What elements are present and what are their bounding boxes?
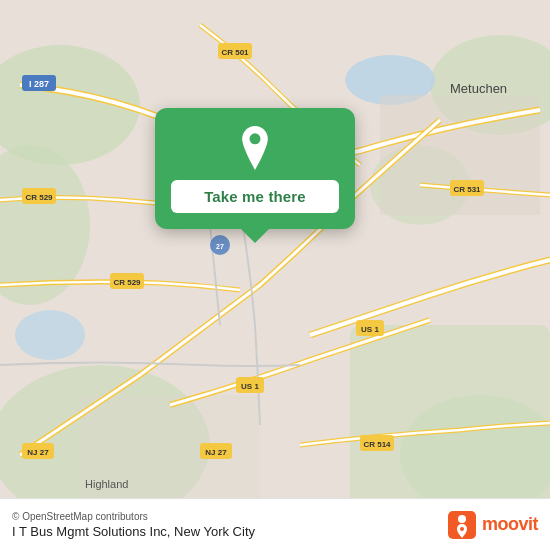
business-name-label: I T Bus Mgmt Solutions Inc, New York Cit… <box>12 524 255 539</box>
svg-point-9 <box>15 310 85 360</box>
svg-text:US 1: US 1 <box>361 325 379 334</box>
location-pin-icon <box>233 126 277 170</box>
svg-text:Metuchen: Metuchen <box>450 81 507 96</box>
bottom-bar: © OpenStreetMap contributors I T Bus Mgm… <box>0 498 550 550</box>
moovit-brand-text: moovit <box>482 514 538 535</box>
svg-text:CR 529: CR 529 <box>113 278 141 287</box>
svg-point-39 <box>460 527 464 531</box>
svg-text:CR 514: CR 514 <box>363 440 391 449</box>
svg-text:27: 27 <box>216 243 224 250</box>
popup-card: Take me there <box>155 108 355 229</box>
moovit-brand-icon <box>448 511 476 539</box>
svg-text:I 287: I 287 <box>29 79 49 89</box>
map-container: I 287 NJ 27 NJ 27 CR 501 CR 529 CR 529 C… <box>0 0 550 550</box>
map-background: I 287 NJ 27 NJ 27 CR 501 CR 529 CR 529 C… <box>0 0 550 550</box>
svg-text:US 1: US 1 <box>241 382 259 391</box>
svg-point-36 <box>250 133 261 144</box>
svg-text:CR 531: CR 531 <box>453 185 481 194</box>
svg-text:CR 501: CR 501 <box>221 48 249 57</box>
moovit-logo[interactable]: moovit <box>448 511 538 539</box>
svg-text:NJ 27: NJ 27 <box>27 448 49 457</box>
svg-text:CR 529: CR 529 <box>25 193 53 202</box>
take-me-there-button[interactable]: Take me there <box>171 180 339 213</box>
svg-rect-11 <box>80 395 260 515</box>
osm-attribution: © OpenStreetMap contributors <box>12 511 255 522</box>
svg-text:NJ 27: NJ 27 <box>205 448 227 457</box>
svg-point-38 <box>458 515 466 523</box>
svg-text:Highland: Highland <box>85 478 128 490</box>
bottom-left-info: © OpenStreetMap contributors I T Bus Mgm… <box>12 511 255 539</box>
